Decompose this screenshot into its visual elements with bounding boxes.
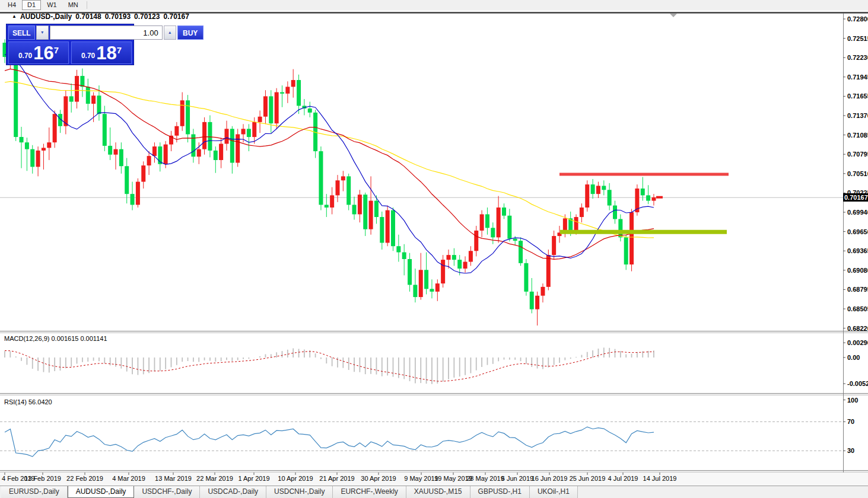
chart-title: ▲ AUDUSD-,Daily 0.70148 0.70193 0.70123 … bbox=[12, 12, 189, 21]
macd-signal-value: 0.001141 bbox=[80, 335, 107, 342]
svg-text:0.69080: 0.69080 bbox=[847, 267, 868, 274]
svg-text:22 Mar 2019: 22 Mar 2019 bbox=[196, 475, 233, 482]
sell-price-big: 16 bbox=[33, 44, 53, 62]
svg-text:0.68505: 0.68505 bbox=[847, 305, 868, 312]
timeframe-button-d1[interactable]: D1 bbox=[22, 0, 41, 10]
toolbar-separator bbox=[87, 1, 87, 9]
one-click-trade-panel: SELL ▾ ▴ BUY 0.70 16 7 0.70 18 7 bbox=[6, 24, 134, 65]
symbol-name: AUDUSD-,Daily bbox=[20, 12, 72, 21]
timeframe-button-mn[interactable]: MN bbox=[63, 0, 84, 10]
chart-tab-gbpusd-h1[interactable]: GBPUSD-,H1 bbox=[470, 486, 530, 498]
svg-text:0.72800: 0.72800 bbox=[847, 15, 868, 23]
svg-text:13 Mar 2019: 13 Mar 2019 bbox=[155, 475, 192, 482]
buy-price-big: 18 bbox=[96, 44, 116, 62]
sell-price-prefix: 0.70 bbox=[18, 49, 32, 62]
svg-text:4 Mar 2019: 4 Mar 2019 bbox=[112, 475, 145, 482]
svg-text:0.71945: 0.71945 bbox=[847, 74, 868, 81]
chart-tab-audusd-daily[interactable]: AUDUSD-,Daily bbox=[68, 486, 135, 498]
timeframe-toolbar: H4D1W1MN bbox=[0, 0, 868, 10]
svg-text:13 Feb 2019: 13 Feb 2019 bbox=[24, 475, 61, 482]
ohlc-open: 0.70148 bbox=[75, 12, 101, 21]
svg-text:4 Jul 2019: 4 Jul 2019 bbox=[608, 475, 638, 482]
macd-label: MACD(12,26,9) 0.001615 0.001141 bbox=[4, 335, 107, 342]
chart-tab-xauusd-m15[interactable]: XAUUSD-,M15 bbox=[406, 486, 470, 498]
svg-text:9 May 2019: 9 May 2019 bbox=[404, 475, 438, 482]
svg-text:0.002962: 0.002962 bbox=[847, 339, 868, 346]
chart-tab-bar: EURUSD-,DailyAUDUSD-,DailyUSDCHF-,DailyU… bbox=[0, 486, 868, 498]
svg-text:10 Apr 2019: 10 Apr 2019 bbox=[278, 475, 313, 482]
svg-text:1 Apr 2019: 1 Apr 2019 bbox=[238, 475, 269, 482]
buy-price-quote[interactable]: 0.70 18 7 bbox=[71, 42, 132, 64]
chart-tab-ukoil-h1[interactable]: UKOil-,H1 bbox=[530, 486, 578, 498]
chart-tab-usdchf-daily[interactable]: USDCHF-,Daily bbox=[134, 486, 200, 498]
rsi-name: RSI(14) bbox=[4, 398, 27, 406]
mt4-window: H4D1W1MN 0.728000.725150.722300.719450.7… bbox=[0, 0, 868, 498]
ohlc-close: 0.70167 bbox=[163, 12, 189, 21]
svg-text:0.71085: 0.71085 bbox=[847, 132, 868, 139]
rsi-label: RSI(14) 56.0420 bbox=[4, 398, 52, 406]
svg-text:0.72230: 0.72230 bbox=[847, 54, 868, 61]
rsi-value: 56.0420 bbox=[28, 398, 52, 406]
svg-text:30: 30 bbox=[847, 447, 854, 454]
sell-button[interactable]: SELL bbox=[8, 25, 35, 40]
current-price-badge: 0.70167 bbox=[843, 193, 868, 202]
chart-tab-usdcad-daily[interactable]: USDCAD-,Daily bbox=[200, 486, 266, 498]
sell-price-quote[interactable]: 0.70 16 7 bbox=[8, 42, 69, 64]
svg-text:0.00: 0.00 bbox=[847, 354, 860, 361]
scroll-to-end-icon[interactable] bbox=[670, 14, 677, 17]
svg-text:0.70510: 0.70510 bbox=[847, 170, 868, 177]
buy-button[interactable]: BUY bbox=[177, 25, 204, 40]
ohlc-low: 0.70123 bbox=[134, 12, 160, 21]
last-price-marker bbox=[656, 196, 663, 199]
sell-price-pip: 7 bbox=[54, 47, 59, 54]
svg-text:0.69365: 0.69365 bbox=[847, 247, 868, 254]
svg-text:0.69650: 0.69650 bbox=[847, 228, 868, 235]
svg-text:0.69940: 0.69940 bbox=[847, 209, 868, 216]
timeframe-button-w1[interactable]: W1 bbox=[42, 0, 62, 10]
svg-text:0.68220: 0.68220 bbox=[847, 325, 868, 332]
svg-text:30 Apr 2019: 30 Apr 2019 bbox=[361, 475, 396, 482]
macd-main-value: 0.001615 bbox=[51, 335, 78, 342]
svg-text:100: 100 bbox=[847, 397, 858, 404]
chart-tab-eurusd-daily[interactable]: EURUSD-,Daily bbox=[1, 486, 68, 498]
svg-text:28 May 2019: 28 May 2019 bbox=[466, 475, 504, 482]
svg-text:0.70795: 0.70795 bbox=[847, 151, 868, 158]
chart-tab-usdcnh-daily[interactable]: USDCNH-,Daily bbox=[266, 486, 333, 498]
ohlc-high: 0.70193 bbox=[105, 12, 131, 21]
buy-price-pip: 7 bbox=[117, 47, 122, 54]
svg-text:0.72515: 0.72515 bbox=[847, 35, 868, 42]
svg-text:25 Jun 2019: 25 Jun 2019 bbox=[570, 475, 606, 482]
buy-price-prefix: 0.70 bbox=[81, 49, 95, 62]
chart-tab-eurchf-weekly[interactable]: EURCHF-,Weekly bbox=[333, 486, 406, 498]
symbol-arrow-icon: ▲ bbox=[12, 14, 17, 19]
svg-text:6 Jun 2019: 6 Jun 2019 bbox=[501, 475, 533, 482]
volume-increase-button[interactable]: ▴ bbox=[164, 25, 176, 40]
svg-text:14 Jul 2019: 14 Jul 2019 bbox=[643, 475, 677, 482]
svg-text:22 Feb 2019: 22 Feb 2019 bbox=[66, 475, 103, 482]
svg-text:70: 70 bbox=[847, 418, 854, 425]
svg-text:21 Apr 2019: 21 Apr 2019 bbox=[319, 475, 354, 482]
volume-decrease-button[interactable]: ▾ bbox=[36, 25, 49, 40]
volume-input[interactable] bbox=[50, 25, 163, 40]
macd-name: MACD(12,26,9) bbox=[4, 335, 49, 342]
svg-text:0.71370: 0.71370 bbox=[847, 112, 868, 119]
svg-text:-0.005255: -0.005255 bbox=[847, 380, 868, 387]
svg-text:16 Jun 2019: 16 Jun 2019 bbox=[532, 475, 568, 482]
chart-canvas[interactable]: 0.728000.725150.722300.719450.716550.713… bbox=[0, 0, 868, 498]
svg-text:0.71655: 0.71655 bbox=[847, 92, 868, 100]
timeframe-button-h4[interactable]: H4 bbox=[2, 0, 21, 10]
svg-text:0.68795: 0.68795 bbox=[847, 286, 868, 293]
